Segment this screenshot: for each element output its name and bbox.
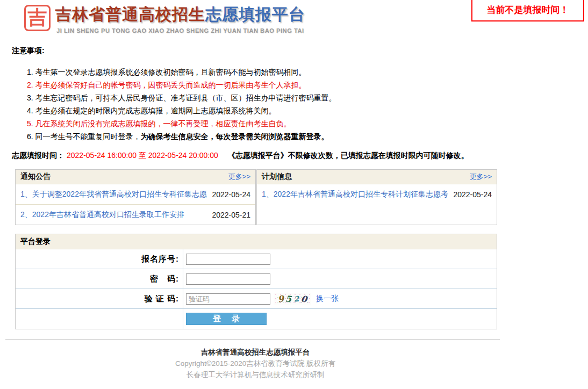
captcha-digit-2: 5: [285, 293, 292, 304]
notice-item-6-text: 6. 同一考生号不能重复同时登录，: [27, 132, 141, 141]
notice-announcement-link-1[interactable]: 1、关于调整2022年我省普通高校对口招生专科征集志愿: [20, 190, 207, 199]
notice-item-1: 1. 考生第一次登录志愿填报系统必须修改初始密码，且新密码不能与初始密码相同。: [27, 66, 588, 78]
captcha-digit-1: 9: [277, 293, 285, 304]
notice-announcement-link-2[interactable]: 2、2022年吉林省普通高校对口招生录取工作安排: [20, 210, 184, 220]
notice-item-4: 4. 考生必须在规定的时限内完成志愿填报，逾期网上志愿填报系统将关闭。: [27, 104, 588, 117]
password-row: 密 码:: [16, 269, 497, 289]
schedule-time-range: 2022-05-24 16:00:00 至 2022-05-24 20:00:0…: [64, 151, 220, 160]
notice-item-5: 5. 凡在系统关闭后没有完成志愿填报的，一律不再受理，相应责任由考生自负。: [27, 117, 588, 130]
notice-section-title: 注意事项:: [12, 46, 588, 56]
notice-item-6-bold-text: 为确保考生信息安全，每次登录需关闭浏览器重新登录。: [141, 132, 329, 141]
captcha-digit-3: 2: [293, 294, 299, 304]
notice-item-3: 3. 考生忘记密码后，可持本人居民身份证、准考证到县（市、区）招生办申请进行密码…: [27, 91, 588, 104]
registration-number-row: 报名序号:: [16, 249, 497, 269]
registration-number-label: 报名序号:: [16, 249, 183, 269]
notices-panel-title: 通知公告: [20, 172, 51, 182]
notices-panel: 通知公告 更多>> 1、关于调整2022年我省普通高校对口招生专科征集志愿 20…: [15, 169, 256, 225]
logo-glyph: 吉: [28, 5, 47, 31]
login-button-row-spacer: [16, 309, 183, 329]
registration-number-input[interactable]: [186, 254, 270, 265]
password-label: 密 码:: [16, 269, 183, 289]
plan-info-date-1: 2022-05-24: [453, 190, 492, 199]
alert-text: 当前不是填报时间！: [487, 4, 569, 16]
page-header: 吉 吉林省普通高校招生志愿填报平台 JI LIN SHENG PU TONG G…: [0, 0, 588, 43]
registration-number-cell: [183, 249, 497, 269]
site-seal-logo-icon: 吉: [24, 5, 51, 31]
page-title-part1: 吉林省普通高校招生: [55, 5, 205, 23]
password-input[interactable]: [186, 273, 270, 285]
captcha-label: 验 证 码:: [16, 289, 183, 308]
list-item: 1、2022年吉林省普通高校对口招生专科计划征集志愿考 2022-05-24: [257, 184, 497, 205]
notice-list: 1. 考生第一次登录志愿填报系统必须修改初始密码，且新密码不能与初始密码相同。 …: [27, 66, 588, 143]
footer-copyright: Copyright©2015-2020吉林省教育考试院 版权所有: [0, 358, 511, 369]
plans-panel-header: 计划信息 更多>>: [257, 170, 497, 184]
login-panel-header: 平台登录: [16, 234, 497, 249]
captcha-digit-4: 0: [300, 293, 307, 304]
notices-more-link[interactable]: 更多>>: [228, 172, 250, 182]
notice-item-2: 2. 考生必须保管好自己的帐号密码，因密码丢失而造成的一切后果由考生个人承担。: [27, 78, 588, 91]
captcha-row: 验 证 码: 9 5 2 0 换一张: [16, 289, 497, 309]
plans-more-link[interactable]: 更多>>: [470, 172, 492, 182]
page-title-pinyin: JI LIN SHENG PU TONG GAO XIAO ZHAO SHENG…: [56, 27, 305, 34]
captcha-input[interactable]: [186, 293, 270, 305]
filling-schedule-line: 志愿填报时间：2022-05-24 16:00:00 至 2022-05-24 …: [12, 151, 588, 161]
notice-announcement-date-1: 2022-05-24: [212, 190, 250, 199]
footer-developer: 长春理工大学计算机与信息技术研究所研制: [0, 369, 511, 380]
notice-item-6: 6. 同一考生号不能重复同时登录，为确保考生信息安全，每次登录需关闭浏览器重新登…: [27, 130, 588, 143]
plans-panel: 计划信息 更多>> 1、2022年吉林省普通高校对口招生专科计划征集志愿考 20…: [256, 169, 497, 225]
schedule-note: 《志愿填报平台》不限修改次数，已填报志愿在填报时限内可随时修改。: [228, 151, 469, 160]
site-title-block: 吉林省普通高校招生志愿填报平台 JI LIN SHENG PU TONG GAO…: [55, 4, 305, 34]
login-button-row: 登 录: [16, 309, 497, 329]
footer-site-title: 吉林省普通高校招生志愿填报平台: [0, 347, 511, 358]
password-cell: [183, 269, 497, 289]
notices-panel-header: 通知公告 更多>>: [16, 170, 255, 184]
plans-panel-title: 计划信息: [262, 172, 292, 182]
list-item: 2、2022年吉林省普通高校对口招生录取工作安排 2022-05-21: [16, 205, 255, 225]
captcha-cell: 9 5 2 0 换一张: [183, 289, 497, 308]
login-button-cell: 登 录: [183, 309, 497, 329]
page-footer: 吉林省普通高校招生志愿填报平台 Copyright©2015-2020吉林省教育…: [0, 347, 511, 380]
login-button[interactable]: 登 录: [186, 313, 267, 325]
notice-announcement-date-2: 2022-05-21: [212, 211, 250, 219]
plan-info-link-1[interactable]: 1、2022年吉林省普通高校对口招生专科计划征集志愿考: [262, 190, 448, 199]
list-item: 1、关于调整2022年我省普通高校对口招生专科征集志愿 2022-05-24: [16, 184, 255, 205]
not-filling-time-alert: 当前不是填报时间！: [471, 0, 584, 21]
page-title-part2: 志愿填报平台: [205, 5, 305, 23]
footer-divider: [5, 339, 500, 340]
captcha-image: 9 5 2 0: [274, 293, 311, 305]
captcha-refresh-link[interactable]: 换一张: [316, 294, 339, 304]
login-panel: 平台登录 报名序号: 密 码: 验 证 码: 9 5 2 0 换一张 登 录: [15, 234, 497, 329]
info-panels: 通知公告 更多>> 1、关于调整2022年我省普通高校对口招生专科征集志愿 20…: [15, 169, 497, 225]
schedule-label: 志愿填报时间：: [12, 151, 64, 160]
page-title: 吉林省普通高校招生志愿填报平台: [55, 4, 305, 26]
